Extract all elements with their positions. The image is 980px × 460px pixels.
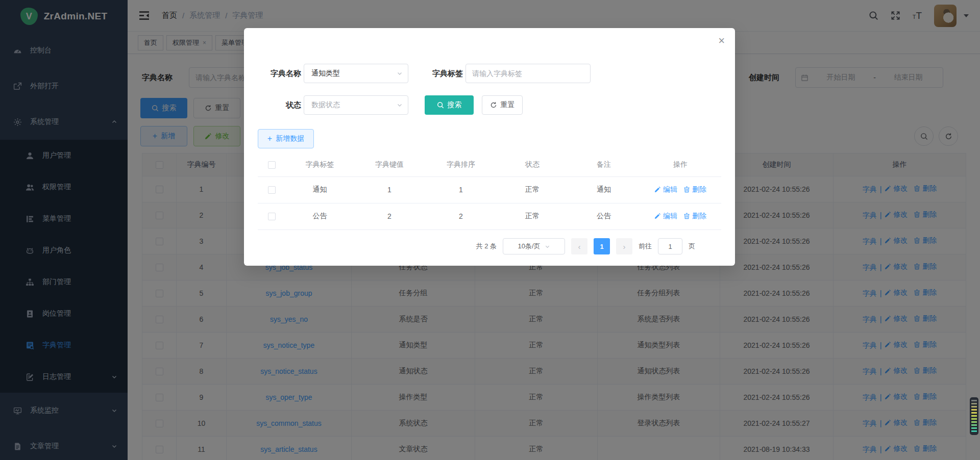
- cell-dict-sort: 2: [425, 203, 497, 229]
- dict-data-dialog: × 字典名称 通知类型 字典标签 状态 数据状态 搜索 重置 + 新增数据 字典…: [244, 28, 735, 266]
- header-dict-key: 字典键值: [354, 153, 425, 176]
- select-placeholder: 数据状态: [311, 100, 397, 110]
- chevron-down-icon: [397, 70, 403, 76]
- cell-remark: 通知: [568, 176, 640, 203]
- dialog-dict-tag-label: 字典标签: [415, 64, 463, 83]
- cell-dict-key: 1: [354, 176, 425, 203]
- chevron-down-icon: [397, 102, 403, 108]
- select-all-checkbox[interactable]: [268, 161, 276, 169]
- cell-status: 正常: [497, 176, 568, 203]
- dialog-search-label: 搜索: [448, 100, 462, 110]
- pencil-icon: [654, 186, 661, 193]
- cell-dict-label: 通知: [286, 176, 354, 203]
- pagination-total: 共 2 条: [476, 242, 497, 251]
- dialog-search-button[interactable]: 搜索: [425, 95, 474, 115]
- dialog-table-row: 通知11正常通知编辑删除: [258, 176, 721, 203]
- goto-label: 前往: [639, 242, 652, 251]
- dialog-reset-button[interactable]: 重置: [482, 95, 523, 115]
- header-dict-label: 字典标签: [286, 153, 354, 176]
- cell-status: 正常: [497, 203, 568, 229]
- dialog-table-header-row: 字典标签 字典键值 字典排序 状态 备注 操作: [258, 153, 721, 176]
- trash-icon: [683, 213, 690, 219]
- edit-link[interactable]: 编辑: [654, 185, 677, 194]
- cell-remark: 公告: [568, 203, 640, 229]
- delete-link[interactable]: 删除: [683, 185, 706, 194]
- dialog-table-body: 通知11正常通知编辑删除公告22正常公告编辑删除: [258, 176, 721, 229]
- dialog-dict-name-select[interactable]: 通知类型: [304, 64, 408, 83]
- dialog-reset-label: 重置: [501, 100, 515, 110]
- row-checkbox[interactable]: [268, 213, 276, 220]
- cell-dict-label: 公告: [286, 203, 354, 229]
- dialog-dict-name-label: 字典名称: [249, 64, 301, 83]
- pencil-icon: [654, 213, 661, 219]
- refresh-icon: [490, 101, 497, 109]
- header-dict-sort: 字典排序: [425, 153, 497, 176]
- page-1-button[interactable]: 1: [594, 238, 610, 254]
- header-status: 状态: [497, 153, 568, 176]
- plus-icon: +: [267, 134, 272, 143]
- chevron-down-icon: [545, 244, 550, 249]
- goto-page-input[interactable]: [658, 238, 682, 254]
- scrollbar-widget[interactable]: [970, 397, 978, 435]
- dialog-add-data-label: 新增数据: [276, 134, 304, 143]
- next-page-button[interactable]: ›: [616, 238, 632, 254]
- dialog-dict-tag-input[interactable]: [465, 64, 591, 83]
- goto-suffix: 页: [689, 242, 695, 251]
- page-size-value: 10条/页: [518, 242, 540, 251]
- delete-link[interactable]: 删除: [683, 212, 706, 221]
- prev-page-button[interactable]: ‹: [571, 238, 587, 254]
- close-icon[interactable]: ×: [718, 35, 725, 46]
- header-remark: 备注: [568, 153, 640, 176]
- cell-dict-sort: 1: [425, 176, 497, 203]
- select-value: 通知类型: [311, 69, 397, 78]
- dialog-add-data-button[interactable]: + 新增数据: [258, 129, 314, 148]
- dialog-table-row: 公告22正常公告编辑删除: [258, 203, 721, 229]
- dialog-status-select[interactable]: 数据状态: [304, 95, 408, 115]
- search-icon: [437, 101, 444, 109]
- row-checkbox[interactable]: [268, 186, 276, 194]
- header-actions: 操作: [640, 153, 721, 176]
- dialog-status-label: 状态: [249, 95, 301, 115]
- cell-dict-key: 2: [354, 203, 425, 229]
- trash-icon: [683, 186, 690, 193]
- scrollbar-stripes: [971, 400, 977, 432]
- dialog-dict-data-table: 字典标签 字典键值 字典排序 状态 备注 操作 通知11正常通知编辑删除公告22…: [258, 153, 721, 230]
- dialog-pagination: 共 2 条 10条/页 ‹ 1 › 前往 页: [476, 238, 695, 254]
- edit-link[interactable]: 编辑: [654, 212, 677, 221]
- page-size-select[interactable]: 10条/页: [503, 238, 565, 254]
